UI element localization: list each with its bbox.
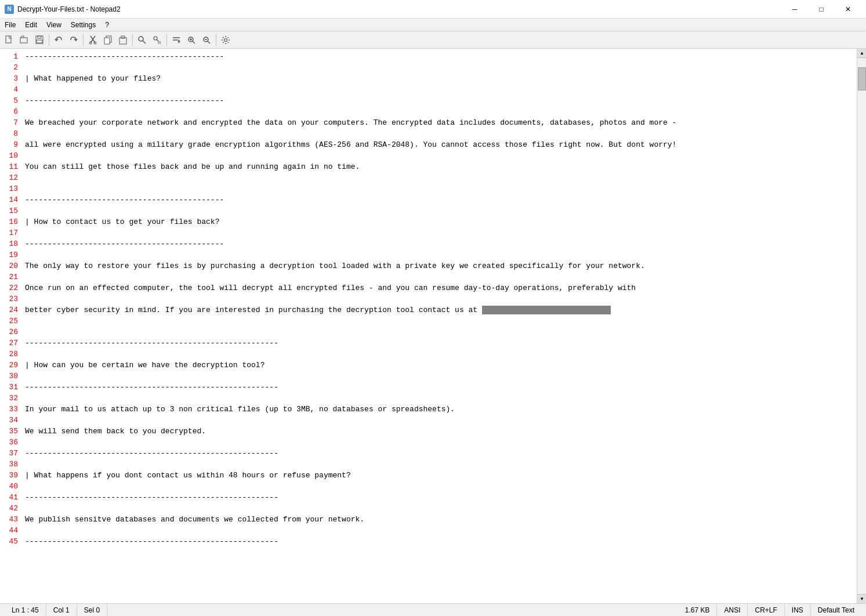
text-content[interactable]: ----------------------------------------… xyxy=(20,49,857,603)
close-button[interactable]: ✕ xyxy=(835,0,861,19)
text-line xyxy=(25,437,852,448)
text-line: | What happened to your files? xyxy=(25,73,852,84)
text-line xyxy=(25,172,852,183)
menu-settings[interactable]: Settings xyxy=(66,19,100,31)
scroll-up-button[interactable]: ▲ xyxy=(857,49,866,58)
menu-help[interactable]: ? xyxy=(100,19,114,31)
svg-rect-0 xyxy=(6,36,11,43)
menu-view[interactable]: View xyxy=(42,19,66,31)
text-line xyxy=(25,106,852,117)
line-number: 20 xyxy=(3,260,18,271)
paste-button[interactable] xyxy=(116,33,130,47)
text-line: In your mail to us attach up to 3 non cr… xyxy=(25,404,852,415)
titlebar: N Decrypt-Your-Files.txt - Notepad2 ─ □ … xyxy=(0,0,866,19)
line-number: 26 xyxy=(3,327,18,338)
maximize-button[interactable]: □ xyxy=(808,0,835,19)
svg-line-25 xyxy=(208,41,210,44)
zoomout-button[interactable] xyxy=(200,33,213,47)
copy-button[interactable] xyxy=(101,33,115,47)
line-number: 25 xyxy=(3,316,18,327)
line-number: 13 xyxy=(3,183,18,194)
line-number: 24 xyxy=(3,305,18,316)
text-line: ----------------------------------------… xyxy=(25,238,852,249)
text-line: ----------------------------------------… xyxy=(25,51,852,62)
new-button[interactable] xyxy=(2,33,16,47)
line-number: 33 xyxy=(3,404,18,415)
text-line xyxy=(25,371,852,382)
line-number: 45 xyxy=(3,536,18,547)
line-number: 5 xyxy=(3,95,18,106)
text-line: ----------------------------------------… xyxy=(25,95,852,106)
statusbar: Ln 1 : 45 Col 1 Sel 0 1.67 KB ANSI CR+LF… xyxy=(0,603,866,616)
line-number: 44 xyxy=(3,525,18,536)
line-number: 4 xyxy=(3,84,18,95)
text-line: ----------------------------------------… xyxy=(25,492,852,503)
line-number: 37 xyxy=(3,448,18,459)
svg-rect-10 xyxy=(104,38,110,44)
find-replace-button[interactable]: R xyxy=(150,33,164,47)
scroll-thumb[interactable] xyxy=(858,67,866,90)
line-numbers: 1234567891011121314151617181920212223242… xyxy=(0,49,20,603)
find-button[interactable] xyxy=(135,33,149,47)
sep5 xyxy=(216,34,216,46)
text-line: ----------------------------------------… xyxy=(25,536,852,547)
line-number: 35 xyxy=(3,426,18,437)
line-number: 38 xyxy=(3,459,18,470)
status-eol: CR+LF xyxy=(748,604,784,616)
line-number: 31 xyxy=(3,382,18,393)
open-button[interactable] xyxy=(17,33,31,47)
text-line xyxy=(25,150,852,161)
text-line: all were encrypted using a military grad… xyxy=(25,139,852,150)
line-number: 27 xyxy=(3,338,18,349)
text-line xyxy=(25,249,852,260)
settings-button[interactable] xyxy=(219,33,233,47)
text-line: Once run on an effected computer, the to… xyxy=(25,282,852,293)
svg-point-27 xyxy=(224,38,227,41)
line-number: 21 xyxy=(3,271,18,282)
text-line: | How to contact us to get your files ba… xyxy=(25,216,852,227)
toolbar: R xyxy=(0,31,866,49)
text-line xyxy=(25,481,852,492)
svg-line-14 xyxy=(143,41,146,44)
cut-button[interactable] xyxy=(86,33,100,47)
text-line: We publish sensitve databases and docume… xyxy=(25,514,852,525)
svg-point-13 xyxy=(139,37,143,41)
line-number: 18 xyxy=(3,238,18,249)
line-number: 23 xyxy=(3,293,18,305)
svg-point-15 xyxy=(154,37,157,40)
text-line xyxy=(25,393,852,404)
line-number: 40 xyxy=(3,481,18,492)
line-number: 12 xyxy=(3,172,18,183)
line-number: 6 xyxy=(3,106,18,117)
zoomin-button[interactable] xyxy=(184,33,198,47)
text-line xyxy=(25,327,852,338)
text-line xyxy=(25,271,852,282)
menu-edit[interactable]: Edit xyxy=(20,19,42,31)
text-line: ----------------------------------------… xyxy=(25,382,852,393)
redacted-text: ████████████████████████████ xyxy=(482,306,611,314)
menu-file[interactable]: File xyxy=(0,19,20,31)
line-number: 9 xyxy=(3,139,18,150)
save-button[interactable] xyxy=(32,33,46,47)
text-line xyxy=(25,316,852,327)
line-number: 17 xyxy=(3,227,18,238)
line-number: 1 xyxy=(3,51,18,62)
text-line: You can still get those files back and b… xyxy=(25,161,852,172)
undo-button[interactable] xyxy=(52,33,66,47)
redo-button[interactable] xyxy=(67,33,81,47)
text-line xyxy=(25,293,852,305)
scrollbar-vertical[interactable]: ▲ ▼ xyxy=(857,49,866,603)
line-number: 39 xyxy=(3,470,18,481)
wordwrap-button[interactable] xyxy=(169,33,183,47)
line-number: 2 xyxy=(3,62,18,73)
scroll-down-button[interactable]: ▼ xyxy=(857,594,866,603)
line-number: 34 xyxy=(3,415,18,426)
minimize-button[interactable]: ─ xyxy=(781,0,808,19)
svg-rect-3 xyxy=(38,36,41,38)
line-number: 32 xyxy=(3,393,18,404)
svg-rect-4 xyxy=(37,40,42,43)
line-number: 3 xyxy=(3,73,18,84)
status-position: Ln 1 : 45 xyxy=(5,604,46,616)
window-title: Decrypt-Your-Files.txt - Notepad2 xyxy=(17,5,781,13)
line-number: 36 xyxy=(3,437,18,448)
